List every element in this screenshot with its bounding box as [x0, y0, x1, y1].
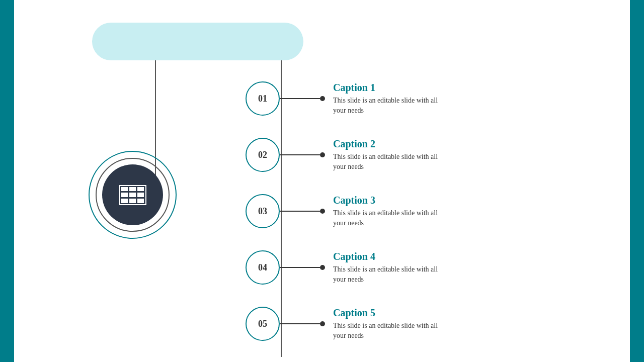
grid-cell: [121, 199, 128, 203]
caption-body: This slide is an editable slide with all…: [333, 321, 439, 340]
caption-title: Caption 3: [333, 195, 439, 206]
connector-dot: [320, 152, 325, 157]
timeline: 01 Caption 1 This slide is an editable s…: [246, 70, 439, 352]
connector-dot: [320, 209, 325, 214]
timeline-item: 04 Caption 4 This slide is an editable s…: [246, 239, 439, 296]
connector-dot: [320, 321, 325, 326]
caption-area: Caption 3 This slide is an editable slid…: [333, 195, 439, 228]
connector-dot: [320, 96, 325, 101]
right-border: [630, 0, 644, 362]
connector-line: [280, 98, 320, 99]
caption-area: Caption 4 This slide is an editable slid…: [333, 251, 439, 284]
timeline-item: 02 Caption 2 This slide is an editable s…: [246, 127, 439, 183]
grid-cell: [121, 187, 128, 192]
number-circle: 03: [246, 194, 280, 228]
grid-cell: [121, 193, 128, 197]
title-pill: [92, 23, 303, 60]
timeline-item: 03 Caption 3 This slide is an editable s…: [246, 183, 439, 239]
caption-body: This slide is an editable slide with all…: [333, 96, 439, 115]
number-circle: 02: [246, 138, 280, 172]
caption-title: Caption 2: [333, 138, 439, 150]
item-number: 02: [258, 150, 267, 160]
item-number: 03: [258, 206, 267, 217]
caption-title: Caption 4: [333, 251, 439, 262]
grid-cell: [137, 199, 144, 203]
left-border: [0, 0, 14, 362]
grid-cell: [137, 193, 144, 197]
connector-line: [280, 323, 320, 324]
caption-body: This slide is an editable slide with all…: [333, 264, 439, 284]
grid-cell: [137, 187, 144, 192]
item-number: 05: [258, 319, 267, 329]
caption-body: This slide is an editable slide with all…: [333, 208, 439, 228]
caption-area: Caption 1 This slide is an editable slid…: [333, 82, 439, 115]
connector-line: [280, 267, 320, 268]
number-circle: 05: [246, 307, 280, 341]
connector-line: [280, 211, 320, 212]
icon-circle: [102, 164, 163, 225]
item-number: 01: [258, 94, 267, 104]
timeline-item: 05 Caption 5 This slide is an editable s…: [246, 296, 439, 352]
caption-area: Caption 2 This slide is an editable slid…: [333, 138, 439, 171]
connector-dot: [320, 265, 325, 270]
item-number: 04: [258, 262, 267, 273]
number-circle: 04: [246, 250, 280, 285]
table-icon: [119, 185, 146, 205]
number-circle: 01: [246, 81, 280, 116]
grid-cell: [129, 187, 136, 192]
grid-cell: [129, 193, 136, 197]
caption-title: Caption 1: [333, 82, 439, 94]
caption-area: Caption 5 This slide is an editable slid…: [333, 307, 439, 340]
connector-line: [280, 154, 320, 155]
grid-cell: [129, 199, 136, 203]
main-content: 01 Caption 1 This slide is an editable s…: [14, 0, 630, 362]
timeline-item: 01 Caption 1 This slide is an editable s…: [246, 70, 439, 127]
caption-body: This slide is an editable slide with all…: [333, 152, 439, 171]
caption-title: Caption 5: [333, 307, 439, 319]
